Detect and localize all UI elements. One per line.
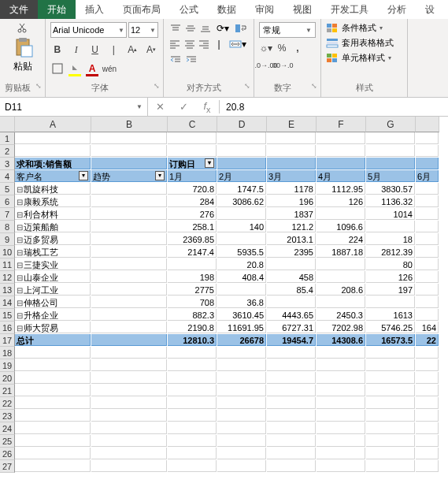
currency-button[interactable]: ☼▾	[259, 41, 273, 55]
cell[interactable]: 2147.4	[168, 246, 217, 258]
filter-icon[interactable]: ▾	[79, 171, 88, 180]
collapse-icon[interactable]: ⊟	[17, 261, 23, 270]
cell[interactable]	[217, 422, 266, 434]
cell[interactable]	[217, 397, 266, 409]
cell[interactable]	[267, 385, 316, 396]
font-size-select[interactable]: 12▼	[128, 22, 158, 38]
cell[interactable]	[267, 448, 316, 459]
cell[interactable]	[15, 397, 91, 409]
collapse-icon[interactable]: ⊟	[17, 223, 23, 232]
ribbon-tab-2[interactable]: 插入	[76, 0, 113, 19]
cell[interactable]	[91, 334, 167, 346]
cell[interactable]	[267, 132, 316, 144]
collapse-icon[interactable]: ⊟	[17, 198, 23, 206]
cell[interactable]	[15, 422, 91, 434]
cell[interactable]	[15, 145, 91, 157]
row-header[interactable]: 7	[0, 208, 15, 221]
row-header[interactable]: 11	[0, 258, 15, 271]
cell[interactable]	[217, 347, 266, 359]
cell[interactable]	[416, 460, 439, 472]
cell[interactable]	[91, 221, 167, 232]
row-header[interactable]: 6	[0, 195, 15, 208]
row-header[interactable]: 22	[0, 397, 15, 410]
cell[interactable]: 22	[416, 334, 439, 346]
cell[interactable]	[416, 309, 439, 321]
cell[interactable]: 12810.3	[168, 334, 217, 346]
cell[interactable]: 458	[267, 271, 316, 283]
cell[interactable]	[416, 145, 439, 157]
increase-font-button[interactable]: A▴	[125, 43, 139, 57]
cell[interactable]	[217, 145, 266, 157]
cell[interactable]: 1112.95	[317, 183, 365, 195]
cell[interactable]: 14308.6	[317, 334, 365, 346]
row-header[interactable]: 14	[0, 296, 15, 309]
enter-button[interactable]: ✓	[172, 101, 195, 113]
cell[interactable]	[15, 460, 91, 472]
cell[interactable]	[416, 410, 439, 422]
cell[interactable]	[416, 221, 439, 232]
cell[interactable]	[416, 296, 439, 308]
cell[interactable]: 1136.32	[366, 195, 415, 207]
cell[interactable]	[317, 385, 365, 396]
cell[interactable]: 11691.95	[217, 322, 266, 333]
font-name-select[interactable]: Arial Unicode▼	[50, 22, 127, 38]
cell[interactable]: ⊟三捷实业	[15, 258, 91, 270]
ribbon-tab-6[interactable]: 审阅	[246, 0, 283, 19]
col-header[interactable]: E	[267, 117, 317, 132]
cell[interactable]	[416, 385, 439, 396]
cell[interactable]	[91, 195, 167, 207]
ribbon-tab-5[interactable]: 数据	[208, 0, 246, 19]
cell[interactable]	[15, 347, 91, 359]
cell[interactable]: 6727.31	[267, 322, 316, 333]
cell[interactable]	[217, 208, 266, 220]
cell[interactable]: 4443.65	[267, 309, 316, 321]
cell[interactable]: 85.4	[267, 284, 316, 296]
cell[interactable]	[91, 258, 167, 270]
row-header[interactable]: 15	[0, 309, 15, 322]
cell[interactable]	[366, 221, 415, 232]
cell[interactable]	[416, 435, 439, 447]
cell[interactable]	[317, 410, 365, 422]
cell[interactable]	[91, 284, 167, 296]
cell[interactable]: 20.8	[217, 258, 266, 270]
row-header[interactable]: 21	[0, 385, 15, 397]
cell[interactable]	[317, 208, 365, 220]
cell[interactable]	[416, 183, 439, 195]
cell[interactable]	[217, 372, 266, 384]
collapse-icon[interactable]: ⊟	[17, 273, 23, 282]
row-header[interactable]: 24	[0, 422, 15, 435]
cell[interactable]	[91, 158, 167, 169]
cell[interactable]	[267, 422, 316, 434]
number-format-select[interactable]: 常规▼	[259, 22, 316, 38]
cell[interactable]: 196	[267, 195, 316, 207]
cancel-button[interactable]: ✕	[148, 101, 172, 113]
collapse-icon[interactable]: ⊟	[17, 311, 23, 320]
cell[interactable]	[267, 397, 316, 409]
bold-button[interactable]: B	[50, 43, 65, 57]
align-left-button[interactable]	[168, 38, 182, 50]
cell[interactable]: 5746.25	[366, 322, 415, 333]
clipboard-launcher-icon[interactable]: ⤡	[35, 82, 42, 90]
ribbon-tab-3[interactable]: 页面布局	[113, 0, 170, 19]
collapse-icon[interactable]: ⊟	[17, 286, 23, 295]
cell[interactable]	[366, 347, 415, 359]
number-launcher-icon[interactable]: ⤡	[311, 82, 317, 90]
cell[interactable]	[168, 145, 217, 157]
col-header[interactable]	[416, 117, 439, 132]
row-header[interactable]: 19	[0, 359, 15, 372]
cell[interactable]: 1747.5	[217, 183, 266, 195]
cell[interactable]	[91, 410, 167, 422]
cell[interactable]: 126	[317, 195, 365, 207]
ribbon-tab-4[interactable]: 公式	[170, 0, 208, 19]
row-header[interactable]: 2	[0, 145, 15, 158]
increase-indent-button[interactable]	[184, 54, 198, 66]
cell[interactable]	[366, 158, 415, 169]
cell[interactable]	[217, 158, 266, 169]
cell[interactable]	[168, 448, 217, 459]
col-header[interactable]: D	[217, 117, 267, 132]
font-launcher-icon[interactable]: ⤡	[154, 82, 160, 90]
row-header[interactable]: 3	[0, 158, 15, 170]
cell[interactable]	[416, 422, 439, 434]
cell[interactable]: 2395	[267, 246, 316, 258]
ribbon-tab-0[interactable]: 文件	[0, 0, 38, 19]
